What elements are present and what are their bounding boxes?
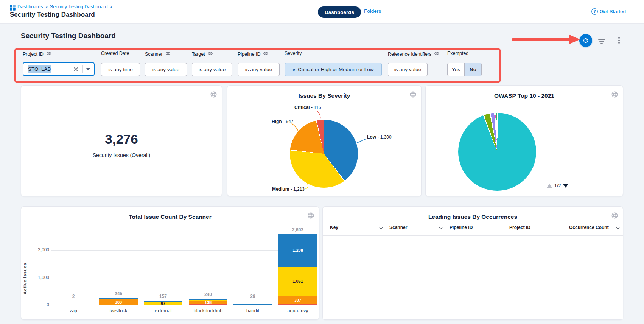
bar-total-external: 157 (140, 294, 186, 299)
text-cursor (52, 66, 53, 72)
bar-segment-twistlock-high[interactable]: 188 (99, 299, 138, 305)
pie-label-medium: Medium - 1,213 (272, 187, 305, 192)
page-up-icon[interactable] (547, 184, 552, 188)
severity-pie-title: Issues By Severity (227, 92, 421, 99)
scanner-bar-chart[interactable]: 01,0002,0002zap188245twistlock87157exter… (21, 207, 319, 319)
bar-segment-aqua-trivy-high[interactable]: 307 (278, 296, 317, 304)
target-filter-button[interactable]: is any value (192, 63, 232, 76)
severity-pie-chart[interactable] (290, 120, 358, 188)
column-header-project-id[interactable]: Project ID (509, 225, 530, 230)
tab-dashboards[interactable]: Dashboards (318, 6, 361, 18)
x-category-label-external: external (140, 308, 186, 313)
pie-label-high: High - 647 (272, 119, 293, 124)
clear-icon[interactable] (74, 67, 78, 71)
column-separator (446, 224, 446, 230)
owasp-pie-chart[interactable] (458, 113, 536, 191)
input-divider (82, 65, 83, 73)
table-body-empty (323, 236, 623, 319)
metric-value: 3,276 (21, 132, 222, 147)
bar-segment-blackduckhub-low[interactable] (189, 299, 227, 300)
metric-card: 3,276 Security Issues (Overall) (21, 85, 222, 196)
page-down-icon[interactable] (563, 184, 568, 188)
reference-identifiers-filter-button[interactable]: is any value (388, 63, 428, 76)
bar-segment-twistlock-low[interactable] (99, 298, 138, 299)
occurrences-table-title: Leading Issues By Occurrences (323, 213, 623, 220)
chevron-down-icon[interactable] (379, 225, 383, 229)
filter-icon[interactable] (598, 38, 605, 44)
x-category-label-bandit: bandit (230, 308, 275, 313)
bar-segment-aqua-trivy-low[interactable]: 1,208 (278, 234, 317, 267)
metric-label: Security Issues (Overall) (21, 152, 222, 158)
help-question-icon: ? (591, 8, 598, 15)
exempted-no-button[interactable]: No (464, 63, 481, 76)
tab-folders[interactable]: Folders (364, 8, 381, 14)
y-tick-label: 2,000 (30, 247, 49, 252)
pie-label-low: Low - 1,300 (367, 134, 392, 140)
link-icon (263, 51, 268, 57)
globe-icon[interactable] (611, 91, 618, 98)
link-icon (165, 51, 171, 57)
bar-segment-external-medium[interactable]: 87 (144, 302, 182, 304)
bar-segment-twistlock-critical[interactable] (99, 305, 138, 305)
breadcrumb-dashboards[interactable]: Dashboards (17, 4, 43, 9)
filter-label-pipeline-id: Pipeline ID (238, 51, 268, 57)
bar-segment-aqua-trivy-medium[interactable]: 1,061 (278, 267, 317, 296)
scanner-filter-button[interactable]: is any value (145, 63, 187, 76)
x-category-label-aqua-trivy: aqua-trivy (275, 308, 320, 313)
bar-segment-blackduckhub-high[interactable]: 138 (189, 301, 227, 304)
globe-icon[interactable] (611, 212, 618, 219)
occurrences-table-card: Leading Issues By Occurrences Key Scanne… (322, 206, 623, 320)
get-started-link[interactable]: ? Get Started (591, 8, 626, 15)
column-separator (506, 224, 506, 230)
owasp-pie-title: OWASP Top 10 - 2021 (426, 92, 623, 99)
annotation-arrow-shaft (512, 38, 571, 41)
y-tick-label: 0 (30, 302, 49, 307)
bar-segment-bandit-low[interactable] (233, 304, 272, 305)
filter-label-exempted: Exempted (447, 51, 468, 56)
bar-segment-blackduckhub-medium[interactable] (189, 300, 227, 301)
refresh-button[interactable] (579, 34, 592, 47)
chevron-down-icon[interactable] (616, 225, 620, 229)
column-header-occurrence-count[interactable]: Occurrence Count (569, 225, 609, 230)
created-date-filter-button[interactable]: is any time (101, 63, 140, 76)
bar-segment-aqua-trivy-critical[interactable] (278, 304, 317, 305)
project-id-input[interactable]: STO_LAB (23, 62, 95, 76)
bar-total-twistlock: 245 (96, 291, 141, 296)
column-separator (386, 224, 386, 230)
column-header-key[interactable]: Key (330, 225, 338, 230)
bar-segment-twistlock-medium[interactable] (99, 299, 138, 299)
gridline (51, 278, 317, 278)
chevron-down-icon[interactable] (439, 225, 443, 229)
breadcrumb-separator: > (45, 5, 47, 9)
link-icon (434, 51, 439, 57)
owasp-pie-card: OWASP Top 10 - 2021 1/2 (425, 85, 623, 196)
gridline (51, 305, 317, 305)
kebab-menu-icon[interactable] (616, 37, 622, 45)
severity-pie-card: Issues By Severity Critical - 116 High -… (227, 85, 422, 196)
severity-filter-button[interactable]: is Critical or High or Medium or Low (285, 63, 382, 76)
gridline (51, 250, 317, 251)
y-tick-label: 1,000 (30, 275, 49, 280)
pipeline-id-filter-button[interactable]: is any value (238, 63, 280, 76)
x-category-label-zap: zap (51, 308, 96, 313)
scanner-bar-card: Total Issue Count By Scanner Active Issu… (21, 206, 319, 320)
filter-label-scanner: Scanner (145, 51, 171, 57)
bar-total-bandit: 29 (230, 294, 275, 299)
bar-segment-external-low[interactable] (144, 301, 182, 302)
breadcrumb-current-dashboard[interactable]: Security Testing Dashboard (50, 4, 108, 9)
refresh-icon (582, 37, 589, 44)
filter-label-created-date: Created Date (101, 51, 129, 56)
chevron-down-icon[interactable] (86, 68, 90, 70)
column-header-pipeline-id[interactable]: Pipeline ID (450, 225, 473, 230)
bar-total-blackduckhub: 240 (185, 292, 231, 297)
table-header-divider (323, 235, 623, 236)
page-indicator: 1/2 (554, 183, 561, 188)
column-header-scanner[interactable]: Scanner (389, 225, 407, 230)
project-id-value: STO_LAB (28, 65, 51, 73)
column-separator (565, 224, 565, 230)
filter-label-target: Target (192, 51, 213, 57)
exempted-yes-button[interactable]: Yes (448, 63, 464, 76)
pie-label-critical: Critical - 116 (294, 105, 321, 110)
globe-icon[interactable] (409, 91, 417, 98)
globe-icon[interactable] (210, 91, 217, 98)
